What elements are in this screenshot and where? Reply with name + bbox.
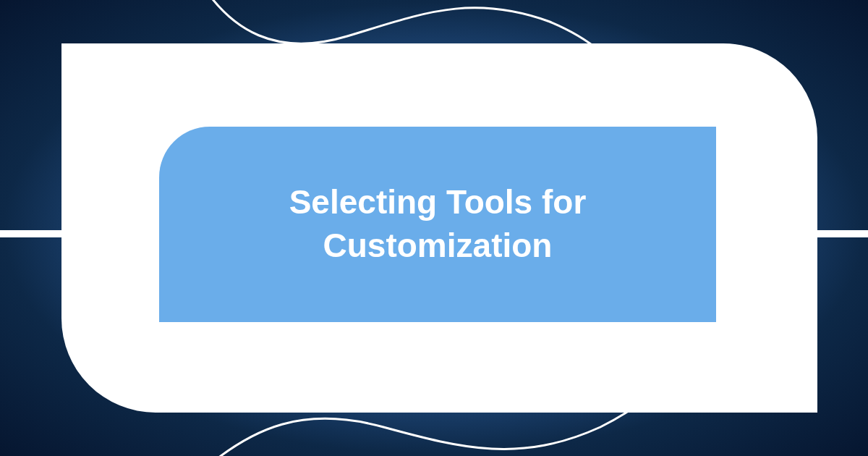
page-title: Selecting Tools for Customization bbox=[246, 181, 630, 268]
title-line-1: Selecting Tools for bbox=[289, 183, 587, 221]
inner-panel: Selecting Tools for Customization bbox=[159, 127, 716, 322]
horizontal-accent-left bbox=[0, 230, 65, 237]
title-line-2: Customization bbox=[323, 227, 553, 264]
horizontal-accent-right bbox=[817, 230, 868, 237]
